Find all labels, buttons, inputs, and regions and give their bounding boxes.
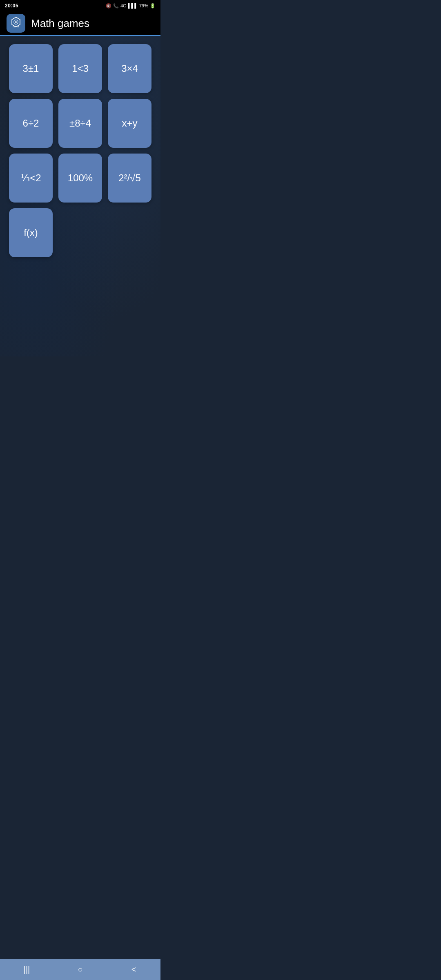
card-arithmetic[interactable]: 3±1 (9, 44, 53, 93)
svg-point-2 (15, 21, 17, 23)
card-multiplication-label: 3×4 (121, 63, 138, 75)
card-fractions-label: ⅓<2 (20, 172, 41, 184)
battery-icon: 🔋 (150, 3, 156, 9)
card-division-label: 6÷2 (23, 118, 39, 129)
card-division[interactable]: 6÷2 (9, 99, 53, 148)
app-icon: 2 1 5 4 3 (7, 14, 25, 33)
card-mixed-division-label: ±8÷4 (69, 118, 91, 129)
card-mixed-division[interactable]: ±8÷4 (58, 99, 102, 148)
network-label: 4G (120, 3, 127, 8)
battery-label: 79% (139, 3, 148, 8)
card-comparison[interactable]: 1<3 (58, 44, 102, 93)
card-arithmetic-label: 3±1 (23, 63, 39, 75)
card-percentage[interactable]: 100% (58, 154, 102, 203)
app-bar: 2 1 5 4 3 Math games (0, 11, 160, 36)
card-multiplication[interactable]: 3×4 (108, 44, 151, 93)
card-powers-roots[interactable]: 2²/√5 (108, 154, 151, 203)
app-title: Math games (31, 17, 89, 30)
card-functions[interactable]: f(x) (9, 208, 53, 257)
signal-icon: ▌▌▌ (128, 3, 138, 8)
card-powers-roots-label: 2²/√5 (118, 172, 141, 184)
game-grid: 3±1 1<3 3×4 6÷2 ±8÷4 x+y ⅓<2 100% 2²/√5 … (0, 36, 160, 265)
mute-icon: 🔇 (106, 3, 111, 9)
svg-text:2 1 5 4 3: 2 1 5 4 3 (13, 26, 19, 28)
card-algebra-label: x+y (122, 118, 137, 129)
card-comparison-label: 1<3 (72, 63, 89, 75)
status-icons: 🔇 📞 4G ▌▌▌ 79% 🔋 (106, 3, 156, 9)
app-logo-icon: 2 1 5 4 3 (9, 16, 23, 31)
status-bar: 20:05 🔇 📞 4G ▌▌▌ 79% 🔋 (0, 0, 160, 11)
card-fractions[interactable]: ⅓<2 (9, 154, 53, 203)
card-functions-label: f(x) (24, 227, 38, 239)
card-algebra[interactable]: x+y (108, 99, 151, 148)
status-time: 20:05 (5, 3, 18, 9)
card-percentage-label: 100% (68, 172, 93, 184)
call-icon: 📞 (113, 3, 119, 9)
